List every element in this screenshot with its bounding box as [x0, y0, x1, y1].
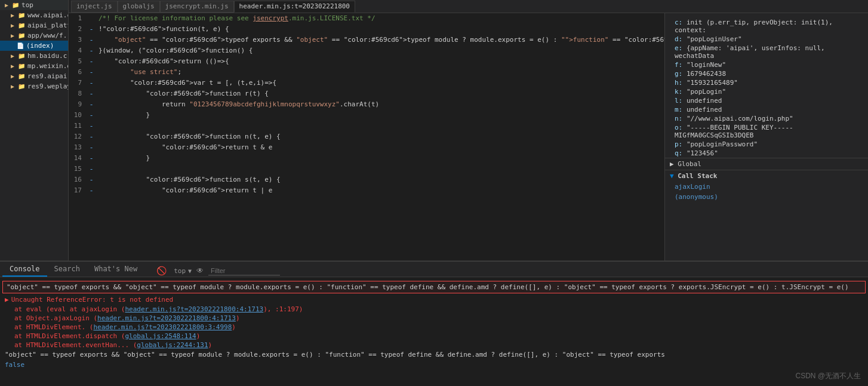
scope-item: c: init (p.err_tip, prevObject: init(1),…	[665, 18, 868, 35]
line-content: "object" == "color:#569cd6">typeof expor…	[96, 35, 664, 45]
line-content: "color:#569cd6">return (()=>{	[96, 56, 664, 67]
eye-button[interactable]: 👁	[196, 266, 204, 275]
scope-item: p: "popLoginPassword"	[665, 140, 868, 149]
editor-tab[interactable]: inject.js	[71, 1, 118, 13]
editor-tab[interactable]: header.min.js:t=202302221800	[234, 1, 355, 13]
line-content: /*! For license information please see j…	[96, 13, 664, 24]
line-marker: -	[87, 78, 96, 88]
file-tree-item[interactable]: 📄(index)	[0, 41, 68, 51]
code-line: 17- "color:#569cd6">return t | e	[69, 185, 664, 196]
line-number: 10	[69, 110, 87, 121]
line-number: 11	[69, 121, 87, 131]
line-content: !"color:#569cd6">function(t, e) {	[96, 24, 664, 35]
file-tree-item-label: res9.aipai.c...	[27, 72, 68, 80]
file-tree-item-label: www.aipai.c...	[27, 11, 68, 19]
line-number: 3	[69, 35, 87, 45]
line-number: 6	[69, 67, 87, 78]
line-content: "color:#569cd6">return t & e	[96, 142, 664, 153]
scope-item: e: {appName: 'aipai', userInfos: null, w…	[665, 44, 868, 60]
scope-item: g: 1679462438	[665, 69, 868, 78]
code-line: 6- "use strict";	[69, 67, 664, 78]
console-message: false	[2, 360, 866, 370]
folder-icon: ▶ 📁	[11, 83, 25, 90]
line-marker: -	[87, 56, 96, 67]
code-line: 15-	[69, 164, 664, 174]
line-content: "color:#569cd6">function s(t, e) {	[96, 174, 664, 185]
tab-bar: inject.jsglobaljsjsencrypt.min.jsheader.…	[69, 0, 868, 13]
file-tree-item[interactable]: ▶ 📁res9.weplay.c...	[0, 81, 68, 91]
line-marker: -	[87, 185, 96, 196]
file-tree-item[interactable]: ▶ 📁hm.baidu.c...	[0, 51, 68, 61]
console-message: at HTMLDivElement. (header.min.js?t=2023…	[2, 323, 866, 332]
line-marker: -	[87, 121, 96, 131]
line-number: 14	[69, 153, 87, 164]
global-section[interactable]: ▶ Global	[665, 158, 868, 170]
line-marker: -	[87, 24, 96, 35]
console-tabs: ConsoleSearchWhat's New 🚫 top ▼ 👁	[0, 262, 868, 277]
file-tree-item[interactable]: ▶ 📁res9.aipai.c...	[0, 71, 68, 81]
line-content: "use strict";	[96, 67, 664, 78]
code-line: 11-	[69, 121, 664, 131]
file-tree-item[interactable]: ▶ 📁www.aipai.c...	[0, 10, 68, 20]
console-message: ▶ Uncaught ReferenceError: t is not defi…	[2, 295, 866, 305]
folder-icon: ▶ 📁	[11, 12, 25, 19]
folder-icon: ▶ 📁	[11, 32, 25, 39]
console-tab[interactable]: Search	[47, 262, 87, 277]
line-content: "color:#569cd6">return t | e	[96, 185, 664, 196]
line-content: return "0123456789abcdefghijklmnopqrstuv…	[96, 99, 664, 110]
file-tree-item-label: top	[21, 1, 33, 9]
line-content: "color:#569cd6">function n(t, e) {	[96, 131, 664, 142]
code-line: 10- }	[69, 110, 664, 121]
call-stack-item[interactable]: (anonymous)	[665, 192, 868, 202]
folder-icon: ▶ 📁	[11, 73, 25, 79]
console-tab[interactable]: What's New	[87, 262, 144, 277]
line-number: 12	[69, 131, 87, 142]
file-tree-item-label: aipai_platfc...	[27, 22, 68, 29]
line-number: 2	[69, 24, 87, 35]
code-line: 4-}(window, ("color:#569cd6">function() …	[69, 45, 664, 56]
line-marker: -	[87, 142, 96, 153]
file-tree-item[interactable]: ▶ 📁top	[0, 0, 68, 10]
line-marker: -	[87, 174, 96, 185]
file-tree-item[interactable]: ▶ 📁aipai_platfc...	[0, 20, 68, 30]
console-message: "object" == typeof exports && "object" =…	[2, 281, 866, 293]
file-tree-item[interactable]: ▶ 📁mp.weixin.q...	[0, 61, 68, 71]
line-marker: -	[87, 131, 96, 142]
scope-item: f: "loginNew"	[665, 60, 868, 69]
level-label: top	[174, 267, 186, 275]
call-stack-item[interactable]: ajaxLogin	[665, 182, 868, 192]
scope-item: d: "popLoginUser"	[665, 35, 868, 44]
file-tree-item-label: res9.weplay.c...	[27, 82, 68, 90]
line-content	[96, 121, 664, 131]
code-line: 16- "color:#569cd6">function s(t, e) {	[69, 174, 664, 185]
line-content	[96, 164, 664, 174]
editor-tab[interactable]: globaljs	[118, 1, 160, 13]
line-number: 8	[69, 88, 87, 99]
line-number: 15	[69, 164, 87, 174]
line-number: 9	[69, 99, 87, 110]
clear-console-button[interactable]: 🚫	[154, 265, 169, 277]
line-marker: -	[87, 45, 96, 56]
code-line: 13- "color:#569cd6">return t & e	[69, 142, 664, 153]
editor-tab[interactable]: jsencrypt.min.js	[160, 1, 234, 13]
line-marker: -	[87, 35, 96, 45]
code-line: 1/*! For license information please see …	[69, 13, 664, 24]
line-number: 4	[69, 45, 87, 56]
scope-item: m: undefined	[665, 105, 868, 114]
code-line: 12- "color:#569cd6">function n(t, e) {	[69, 131, 664, 142]
file-tree-item-label: (index)	[26, 42, 54, 50]
code-line: 5- "color:#569cd6">return (()=>{	[69, 56, 664, 67]
console-message: at HTMLDivElement.eventHan... (global.js…	[2, 341, 866, 350]
scope-item: n: "//www.aipai.com/login.php"	[665, 114, 868, 123]
line-marker	[87, 13, 96, 24]
file-tree-item[interactable]: ▶ 📁app/www/f...	[0, 30, 68, 41]
code-line: 14- }	[69, 153, 664, 164]
console-filter-input[interactable]	[208, 266, 280, 275]
line-number: 16	[69, 174, 87, 185]
console-message: "object" == typeof exports && "object" =…	[2, 350, 866, 360]
console-tab[interactable]: Console	[2, 262, 47, 277]
console-message: at eval (eval at ajaxLogin (header.min.j…	[2, 305, 866, 314]
console-messages: "object" == typeof exports && "object" =…	[0, 277, 868, 386]
line-marker: -	[87, 88, 96, 99]
level-dropdown-arrow[interactable]: ▼	[188, 268, 192, 274]
